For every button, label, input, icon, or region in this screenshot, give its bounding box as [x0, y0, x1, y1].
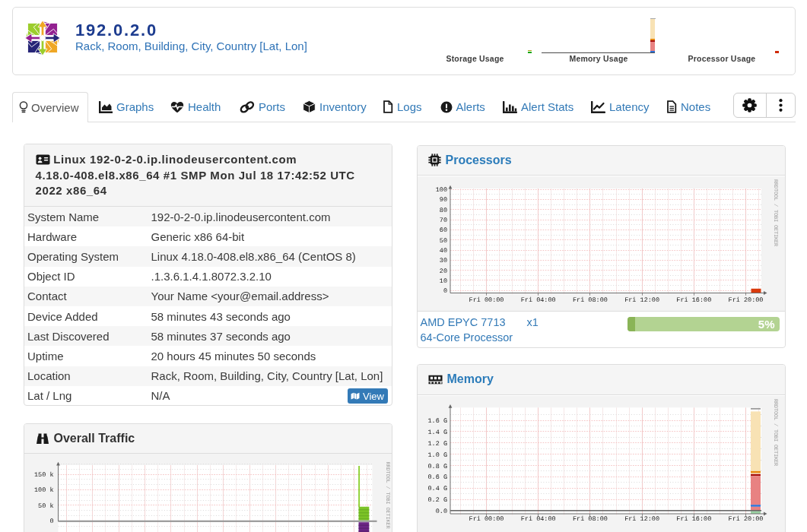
- svg-text:10: 10: [439, 277, 446, 285]
- svg-text:Fri 08:00: Fri 08:00: [572, 296, 607, 304]
- svg-text:100 k: 100 k: [33, 486, 53, 494]
- svg-text:0.4 G: 0.4 G: [427, 485, 447, 492]
- svg-text:0.0: 0.0: [435, 507, 446, 515]
- svg-text:1.4 G: 1.4 G: [427, 428, 447, 435]
- svg-text:70: 70: [439, 217, 446, 224]
- svg-text:Fri 04:00: Fri 04:00: [520, 515, 555, 523]
- svg-text:0: 0: [443, 287, 446, 295]
- svg-text:150 k: 150 k: [33, 471, 53, 479]
- svg-text:Fri 16:00: Fri 16:00: [676, 296, 711, 304]
- svg-text:Fri 20:00: Fri 20:00: [728, 515, 763, 523]
- svg-text:30: 30: [439, 257, 446, 264]
- svg-text:20: 20: [439, 267, 446, 274]
- svg-text:Fri 04:00: Fri 04:00: [520, 296, 555, 304]
- svg-text:Fri 12:00: Fri 12:00: [624, 515, 659, 523]
- svg-text:1.0 G: 1.0 G: [427, 451, 447, 458]
- svg-text:1.6 G: 1.6 G: [427, 417, 447, 425]
- svg-text:Fri 20:00: Fri 20:00: [728, 296, 763, 304]
- svg-text:Fri 12:00: Fri 12:00: [624, 296, 659, 304]
- svg-text:RRDTOOL / TOBI OETIKER: RRDTOOL / TOBI OETIKER: [772, 399, 779, 467]
- svg-text:0: 0: [49, 518, 53, 525]
- svg-text:Fri 16:00: Fri 16:00: [676, 515, 711, 523]
- svg-text:90: 90: [439, 196, 446, 204]
- svg-text:50: 50: [439, 236, 446, 244]
- svg-text:Fri 08:00: Fri 08:00: [572, 515, 607, 523]
- svg-text:100: 100: [435, 186, 446, 194]
- svg-text:80: 80: [439, 206, 446, 214]
- svg-text:Fri 00:00: Fri 00:00: [469, 515, 504, 523]
- svg-text:50 k: 50 k: [38, 502, 53, 510]
- svg-text:RRDTOOL / TOBI OETIKER: RRDTOOL / TOBI OETIKER: [384, 462, 391, 530]
- svg-text:RRDTOOL / TOBI OETIKER: RRDTOOL / TOBI OETIKER: [772, 179, 779, 247]
- svg-text:Fri 00:00: Fri 00:00: [469, 296, 504, 304]
- svg-text:0.6 G: 0.6 G: [427, 473, 447, 481]
- svg-text:40: 40: [439, 247, 446, 255]
- svg-text:0.8 G: 0.8 G: [427, 462, 447, 470]
- svg-text:0.2 G: 0.2 G: [427, 496, 447, 504]
- svg-text:1.2 G: 1.2 G: [427, 439, 447, 447]
- svg-text:60: 60: [439, 226, 446, 234]
